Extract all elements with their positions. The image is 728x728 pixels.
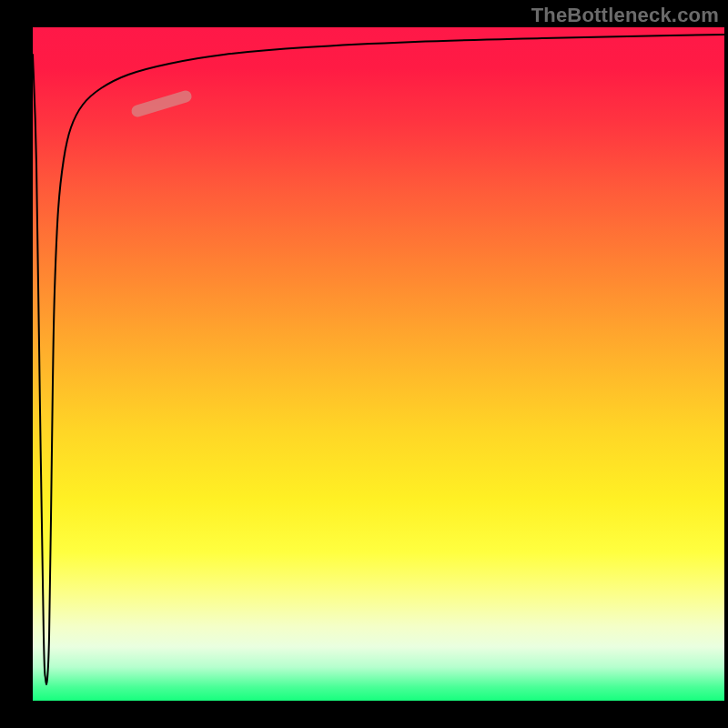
curve-layer [33,27,724,701]
attribution-text: TheBottleneck.com [531,4,719,27]
bottleneck-curve [33,35,724,684]
highlight-segment [137,96,186,111]
plot-area [33,27,724,701]
chart-frame: TheBottleneck.com [0,0,728,728]
